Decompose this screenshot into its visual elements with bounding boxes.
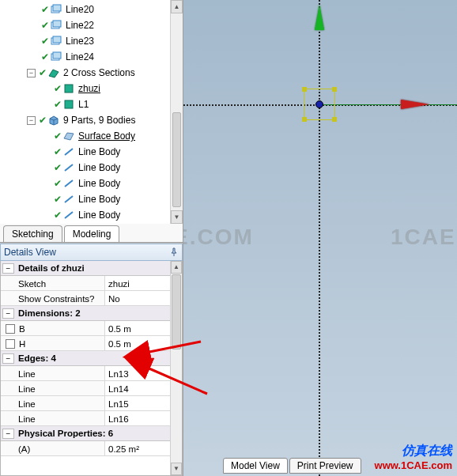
tree-label: Line20 xyxy=(66,2,94,17)
line-icon xyxy=(50,36,62,47)
group-edges[interactable]: −Edges: 4 xyxy=(1,351,170,366)
collapse-icon[interactable]: − xyxy=(2,353,14,364)
pin-icon[interactable] xyxy=(169,247,179,257)
tree-item-line-body[interactable]: ✔Line Body xyxy=(0,207,183,223)
collapse-icon[interactable]: − xyxy=(2,429,14,439)
collapse-icon[interactable]: − xyxy=(27,69,36,77)
prop-value[interactable]: Ln16 xyxy=(105,411,170,425)
svg-rect-10 xyxy=(65,100,73,108)
check-icon: ✔ xyxy=(54,128,62,144)
check-icon: ✔ xyxy=(41,17,49,33)
tree-item-cs-l1[interactable]: ✔ L1 xyxy=(0,96,183,112)
check-icon: ✔ xyxy=(41,2,49,17)
prop-key: Line xyxy=(1,396,105,410)
tree-item-line-body[interactable]: ✔Line Body xyxy=(0,176,183,191)
tree-label: 2 Cross Sections xyxy=(63,65,135,81)
logo-line2: www.1CAE.com xyxy=(375,459,452,471)
y-axis-arrow-icon xyxy=(315,5,324,30)
tree-label: Line Body xyxy=(78,176,120,191)
prop-row-area[interactable]: (A)0.25 m² xyxy=(1,441,170,456)
prop-row-edge[interactable]: LineLn16 xyxy=(1,411,170,426)
prop-row-edge[interactable]: LineLn13 xyxy=(1,366,170,381)
tree-item-line23[interactable]: ✔ Line23 xyxy=(0,33,183,49)
collapse-icon[interactable]: − xyxy=(27,116,36,125)
scroll-down-icon[interactable]: ▼ xyxy=(171,463,182,475)
group-dimensions[interactable]: −Dimensions: 2 xyxy=(1,306,170,321)
scroll-down-icon[interactable]: ▼ xyxy=(171,210,183,224)
check-icon: ✔ xyxy=(39,112,47,128)
segment-icon xyxy=(62,146,75,157)
tab-model-view[interactable]: Model View xyxy=(223,458,288,474)
prop-row-edge[interactable]: LineLn15 xyxy=(1,396,170,411)
scroll-up-icon[interactable]: ▲ xyxy=(171,0,183,13)
prop-row-edge[interactable]: LineLn14 xyxy=(1,381,170,396)
collapse-icon[interactable]: − xyxy=(2,263,14,274)
tree-item-line22[interactable]: ✔ Line22 xyxy=(0,17,183,33)
prop-key: (A) xyxy=(1,441,105,455)
model-tree[interactable]: ✔ Line20 ✔ Line22 ✔ Line23 ✔ Lin xyxy=(0,0,183,242)
svg-marker-8 xyxy=(49,70,59,77)
prop-value[interactable]: Ln15 xyxy=(105,396,170,410)
logo: 仿真在线 www.1CAE.com xyxy=(375,443,452,471)
prop-row-sketch[interactable]: Sketchzhuzi xyxy=(1,276,170,291)
surface-icon xyxy=(62,130,75,142)
property-grid[interactable]: −Details of zhuzi Sketchzhuzi Show Const… xyxy=(0,261,183,476)
scroll-thumb[interactable] xyxy=(172,274,181,349)
tree-item-line-body[interactable]: ✔Line Body xyxy=(0,191,183,207)
prop-row-dim-h[interactable]: H0.5 m xyxy=(1,336,170,351)
tab-print-preview[interactable]: Print Preview xyxy=(289,458,361,474)
props-scrollbar[interactable]: ▲ ▼ xyxy=(170,261,182,475)
tree-scrollbar[interactable]: ▲ ▼ xyxy=(170,0,183,224)
prop-row-dim-b[interactable]: B0.5 m xyxy=(1,321,170,336)
tree-item-cross-sections[interactable]: −✔ 2 Cross Sections xyxy=(0,65,183,81)
prop-value[interactable]: zhuzi xyxy=(105,276,170,290)
prop-value[interactable]: No xyxy=(105,291,170,305)
tab-modeling[interactable]: Modeling xyxy=(64,225,120,242)
checkbox[interactable] xyxy=(6,339,15,349)
tree-item-parts[interactable]: −✔ 9 Parts, 9 Bodies xyxy=(0,112,183,128)
prop-value[interactable]: Ln14 xyxy=(105,381,170,395)
section-icon xyxy=(47,67,60,78)
prop-key: Line xyxy=(1,381,105,395)
prop-value[interactable]: Ln13 xyxy=(105,366,170,380)
tree-label: Line Body xyxy=(78,191,120,207)
prop-key: Show Constraints? xyxy=(1,291,105,305)
prop-row-show-constraints[interactable]: Show Constraints?No xyxy=(1,291,170,306)
tree-item-surface-body[interactable]: ✔ Surface Body xyxy=(0,128,183,144)
tree-item-line-body[interactable]: ✔Line Body xyxy=(0,144,183,160)
watermark: 1CAE.COM xyxy=(183,225,254,250)
svg-line-18 xyxy=(65,180,73,187)
tab-sketching[interactable]: Sketching xyxy=(3,225,62,242)
tree-item-cs-zhuzi[interactable]: ✔ zhuzi xyxy=(0,81,183,96)
x-axis-arrow-icon xyxy=(401,100,429,109)
check-icon: ✔ xyxy=(54,191,62,207)
collapse-icon[interactable]: − xyxy=(2,308,14,319)
origin-point xyxy=(315,100,323,108)
group-physical-properties[interactable]: −Physical Properties: 6 xyxy=(1,426,170,441)
checkbox[interactable] xyxy=(6,324,15,334)
group-details[interactable]: −Details of zhuzi xyxy=(1,261,170,276)
check-icon: ✔ xyxy=(54,96,62,112)
segment-icon xyxy=(62,162,75,173)
group-title: Details of zhuzi xyxy=(16,263,85,273)
tree-item-line20[interactable]: ✔ Line20 xyxy=(0,2,183,17)
line-icon xyxy=(50,4,62,15)
tree-item-line-body[interactable]: ✔Line Body xyxy=(0,160,183,176)
tree-label: 9 Parts, 9 Bodies xyxy=(63,112,135,128)
viewport[interactable]: 1CAE.COM 1CAE.COM xyxy=(183,0,457,476)
svg-line-20 xyxy=(65,212,73,218)
tree-item-line24[interactable]: ✔ Line24 xyxy=(0,49,183,65)
prop-value[interactable]: 0.5 m xyxy=(105,321,170,335)
logo-line1: 仿真在线 xyxy=(375,443,452,459)
prop-value[interactable]: 0.25 m² xyxy=(105,441,170,455)
details-title: Details View xyxy=(4,247,56,258)
svg-rect-9 xyxy=(65,85,73,93)
prop-key: Line xyxy=(1,411,105,425)
prop-value[interactable]: 0.5 m xyxy=(105,336,170,350)
check-icon: ✔ xyxy=(41,33,49,49)
scroll-thumb[interactable] xyxy=(172,112,181,207)
tree-label: Line Body xyxy=(78,160,120,176)
scroll-up-icon[interactable]: ▲ xyxy=(171,261,182,274)
prop-key: H xyxy=(1,336,105,350)
svg-line-16 xyxy=(65,149,73,155)
